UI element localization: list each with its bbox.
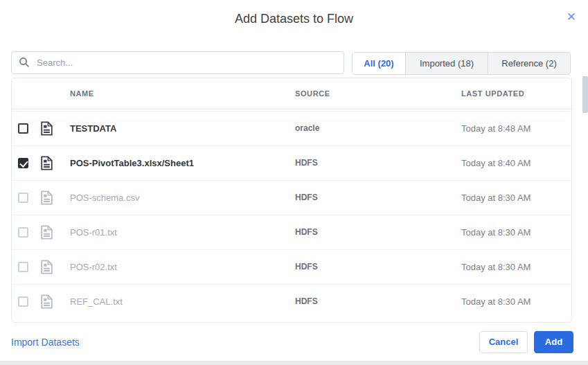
dataset-name: POS-r02.txt <box>70 262 117 272</box>
column-header-name: NAME <box>70 89 94 98</box>
cancel-button[interactable]: Cancel <box>479 331 528 353</box>
close-icon[interactable]: ✕ <box>567 11 576 23</box>
dataset-last-updated: Today at 8:48 AM <box>461 123 531 134</box>
dataset-source: oracle <box>295 123 319 133</box>
row-checkbox[interactable] <box>18 227 28 238</box>
dataset-name: REF_CAL.txt <box>70 296 123 307</box>
table-row[interactable]: TESTDATA oracle Today at 8:48 AM <box>12 112 571 146</box>
dataset-last-updated: Today at 8:30 AM <box>461 227 531 238</box>
dialog-footer: Import Datasets Cancel Add <box>0 323 588 361</box>
table-row[interactable]: POS-PivotTable3.xlsx/Sheet1 HDFS Today a… <box>12 146 571 181</box>
dataset-last-updated: Today at 8:40 AM <box>461 158 531 168</box>
dataset-last-updated: Today at 8:30 AM <box>461 262 531 272</box>
row-checkbox[interactable] <box>18 158 28 168</box>
dataset-file-icon <box>41 190 53 208</box>
dataset-file-icon <box>41 260 53 277</box>
dataset-file-icon <box>41 121 53 139</box>
table-header: NAME SOURCE LAST UPDATED <box>12 78 571 109</box>
dataset-source: HDFS <box>295 296 318 306</box>
dataset-name: POS-PivotTable3.xlsx/Sheet1 <box>70 158 194 168</box>
import-datasets-link[interactable]: Import Datasets <box>11 337 80 348</box>
table-row[interactable]: REF_CAL.txt HDFS Today at 8:30 AM <box>12 285 571 319</box>
table-row[interactable]: POS-schema.csv HDFS Today at 8:30 AM <box>12 181 571 215</box>
dataset-source: HDFS <box>295 158 318 168</box>
row-checkbox[interactable] <box>18 123 28 134</box>
dataset-name: TESTDATA <box>70 123 116 134</box>
row-checkbox[interactable] <box>18 296 28 307</box>
add-datasets-dialog: Add Datasets to Flow ✕ All (20)Imported … <box>0 0 588 361</box>
table-body: TESTDATA oracle Today at 8:48 AM POS-Piv… <box>12 112 571 319</box>
filter-tab-0[interactable]: All (20) <box>353 53 406 74</box>
dataset-file-icon <box>41 156 53 173</box>
scrollbar[interactable] <box>582 76 588 113</box>
dataset-source: HDFS <box>295 193 318 202</box>
table-row[interactable]: POS-r02.txt HDFS Today at 8:30 AM <box>12 250 571 285</box>
datasets-table: NAME SOURCE LAST UPDATED TESTDATA oracle… <box>11 78 572 323</box>
dataset-file-icon <box>41 294 53 312</box>
column-header-updated: LAST UPDATED <box>461 89 524 98</box>
filter-tab-2[interactable]: Reference (2) <box>488 53 570 74</box>
dataset-source: HDFS <box>295 227 318 237</box>
add-button[interactable]: Add <box>534 331 573 353</box>
row-checkbox[interactable] <box>18 193 28 203</box>
search-input[interactable] <box>11 51 344 74</box>
row-checkbox[interactable] <box>18 262 28 272</box>
dialog-title: Add Datasets to Flow <box>0 12 588 26</box>
dataset-file-icon <box>41 225 53 242</box>
filter-tabs: All (20)Imported (18)Reference (2) <box>352 52 571 75</box>
search-icon <box>19 57 30 68</box>
search-box <box>11 51 344 74</box>
dataset-name: POS-r01.txt <box>70 227 117 238</box>
dataset-name: POS-schema.csv <box>70 193 139 203</box>
dataset-last-updated: Today at 8:30 AM <box>461 193 531 203</box>
dataset-last-updated: Today at 8:30 AM <box>461 296 531 307</box>
table-row[interactable]: POS-r01.txt HDFS Today at 8:30 AM <box>12 215 571 250</box>
dataset-source: HDFS <box>295 262 318 271</box>
column-header-source: SOURCE <box>295 89 330 98</box>
filter-tab-1[interactable]: Imported (18) <box>406 53 488 74</box>
